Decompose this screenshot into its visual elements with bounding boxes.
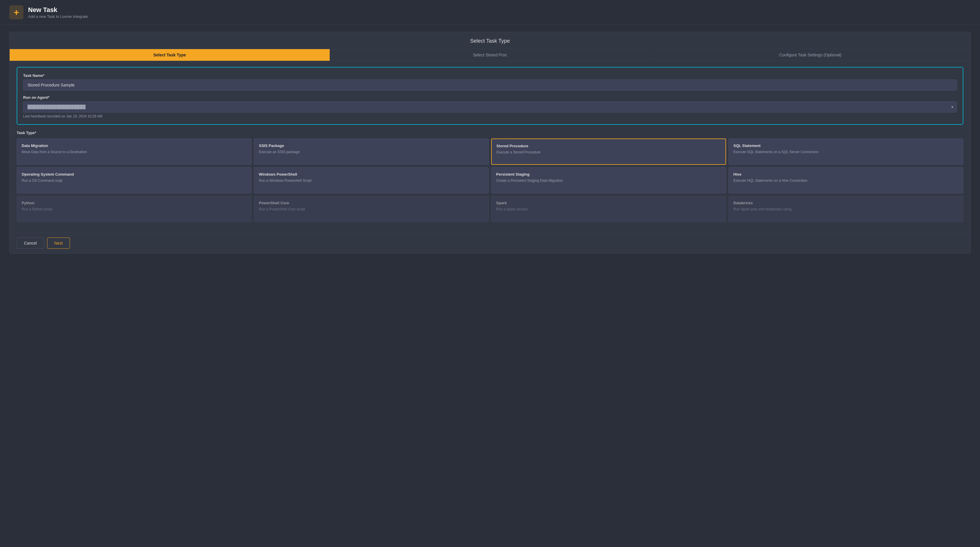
task-card-desc: Execute HQL Statements on a Hive Connect… (733, 178, 958, 183)
page-subtitle: Add a new Task to Loome Integrate (28, 14, 88, 19)
task-card-desc: Run a Spark service (496, 207, 721, 212)
page-title: New Task (28, 6, 88, 14)
task-card-windows-powershell[interactable]: Windows PowerShell Run a Windows Powersh… (254, 167, 489, 193)
task-card-databricks[interactable]: Databricks Run Spark jobs and Notebooks … (729, 196, 963, 222)
task-card-desc: Execute an SSIS package (259, 150, 484, 155)
task-card-ssis-package[interactable]: SSIS Package Execute an SSIS package (254, 138, 489, 165)
wizard-steps: Select Task Type Select Stored Proc Conf… (10, 49, 970, 61)
agent-select-wrapper: ████████████████████ ▾ (23, 101, 957, 113)
task-card-desc: Run a PowerShell Core script (259, 207, 484, 212)
task-card-os-command[interactable]: Operating System Command Run a OS Comman… (17, 167, 251, 193)
task-type-label: Task Type* (17, 131, 963, 135)
task-name-input[interactable] (23, 79, 957, 90)
task-card-desc: Create a Persistent Staging Data Migrati… (496, 178, 721, 183)
wizard-title: Select Task Type (10, 32, 970, 49)
task-card-python[interactable]: Python Run a Python script (17, 196, 251, 222)
tab-configure-settings[interactable]: Configure Task Settings (Optional) (650, 49, 970, 61)
wizard-footer: Cancel Next (10, 233, 970, 253)
task-card-spark[interactable]: Spark Run a Spark service (491, 196, 726, 222)
task-card-desc: Execute a Stored Procedure (496, 150, 721, 155)
cancel-button[interactable]: Cancel (17, 238, 44, 249)
task-card-data-migration[interactable]: Data Migration Move Data from a Source t… (17, 138, 251, 165)
task-card-title: Windows PowerShell (259, 172, 484, 176)
task-card-title: Python (22, 201, 247, 205)
task-card-title: Operating System Command (22, 172, 247, 176)
task-card-hive[interactable]: Hive Execute HQL Statements on a Hive Co… (729, 167, 963, 193)
task-card-desc: Run Spark jobs and Notebooks using... (733, 207, 958, 212)
task-card-sql-statement[interactable]: SQL Statement Execute SQL Statements on … (729, 138, 963, 165)
tab-select-task-type[interactable]: Select Task Type (10, 49, 330, 61)
task-card-powershell-core[interactable]: PowerShell Core Run a PowerShell Core sc… (254, 196, 489, 222)
task-type-section: Task Type* Data Migration Move Data from… (17, 131, 963, 222)
task-card-title: Stored Procedure (496, 144, 721, 148)
svg-text:+: + (14, 7, 19, 17)
header-text: New Task Add a new Task to Loome Integra… (28, 6, 88, 19)
task-card-title: Hive (733, 172, 958, 176)
task-card-desc: Move Data from a Source to a Destination (22, 150, 247, 155)
run-on-agent-group: Run on Agent* ████████████████████ ▾ Las… (23, 95, 957, 118)
wizard-body: Task Name* Run on Agent* ███████████████… (10, 61, 970, 233)
task-card-persistent-staging[interactable]: Persistent Staging Create a Persistent S… (491, 167, 726, 193)
main-content: Select Task Type Select Task Type Select… (0, 25, 980, 261)
task-card-desc: Run a Windows Powershell Script (259, 178, 484, 183)
wizard-container: Select Task Type Select Task Type Select… (10, 32, 970, 254)
app-logo-icon: + (10, 5, 24, 19)
task-card-stored-procedure[interactable]: Stored Procedure Execute a Stored Proced… (491, 138, 726, 165)
heartbeat-text: Last heartbeat recorded on Jan 19, 2024 … (23, 114, 957, 118)
run-on-agent-label: Run on Agent* (23, 95, 957, 100)
task-card-title: SSIS Package (259, 143, 484, 148)
app-header: + New Task Add a new Task to Loome Integ… (0, 0, 980, 25)
next-button[interactable]: Next (47, 238, 70, 249)
task-name-label: Task Name* (23, 73, 957, 78)
task-card-title: Databricks (733, 201, 958, 205)
task-card-desc: Execute SQL Statements on a SQL Server C… (733, 150, 958, 155)
task-name-group: Task Name* (23, 73, 957, 90)
form-section: Task Name* Run on Agent* ███████████████… (17, 67, 963, 125)
task-card-desc: Run a Python script (22, 207, 247, 212)
task-card-desc: Run a OS Command scipt (22, 178, 247, 183)
task-card-title: Spark (496, 201, 721, 205)
task-card-title: Data Migration (22, 143, 247, 148)
agent-select[interactable]: ████████████████████ (23, 101, 957, 113)
task-type-grid: Data Migration Move Data from a Source t… (17, 138, 963, 222)
task-card-title: PowerShell Core (259, 201, 484, 205)
tab-select-stored-proc[interactable]: Select Stored Proc (330, 49, 650, 61)
task-card-title: Persistent Staging (496, 172, 721, 176)
task-card-title: SQL Statement (733, 143, 958, 148)
